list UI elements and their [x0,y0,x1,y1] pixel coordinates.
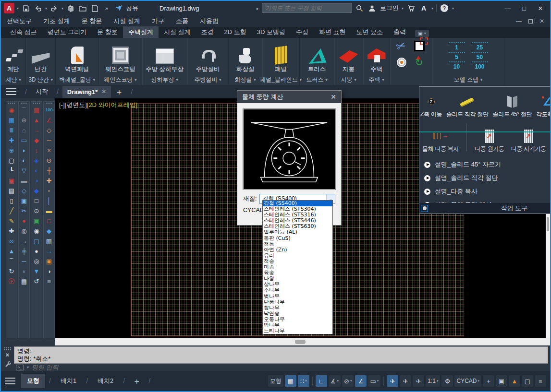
tool-icon[interactable]: ▢ [32,236,41,246]
tool-icon[interactable]: ─ [19,256,29,266]
panel-label-트러스[interactable]: 트러스▾ [300,74,334,85]
tool-icon[interactable]: ◑ [32,176,41,186]
cart-icon[interactable] [406,3,416,13]
ribbon-tab-조경[interactable]: 조경 [196,26,219,38]
maximize-button[interactable]: □ [517,3,531,13]
command-drag-grip[interactable] [4,347,12,350]
tab-start[interactable]: 시작 [31,85,53,98]
command-close-icon[interactable]: ✕ [5,352,10,358]
tool-icon[interactable]: ⊕ [19,115,29,125]
graphics-performance-toggle[interactable]: ▲ [509,375,520,387]
material-option-청동[interactable]: 청동 [263,241,332,247]
tool-icon[interactable]: □ [32,196,41,206]
ribbon-button-화장실[interactable]: 화장실 [229,38,262,74]
ribbon-tab-3D 모델링[interactable]: 3D 모델링 [252,26,291,38]
horizontal-scrollbar[interactable] [55,338,550,345]
tool-icon[interactable]: ▤ [19,276,29,286]
tool-icon[interactable]: ▣ [32,216,41,226]
tool-icon[interactable]: ✚ [7,226,16,236]
viewport-visual-style[interactable]: [2D 와이어프레임] [87,101,137,108]
tool-icon[interactable]: Ⓟ [7,276,16,286]
ribbon-button-패널[interactable]: 패널 [262,38,299,74]
tool-icon[interactable]: ◎ [19,226,29,236]
annotation-visibility-toggle[interactable]: ✈ [387,375,398,387]
help-item-설명_솔리드 45° 자르기[interactable]: 설명_솔리드 45° 자르기 [419,158,551,171]
redo-dropdown-icon[interactable]: ▾ [61,6,63,11]
material-option-미송[interactable]: 미송 [263,264,332,270]
app-logo[interactable]: A [4,3,14,13]
tool-icon[interactable]: ⊕ [7,145,16,155]
toolbar-grip[interactable] [33,103,40,104]
new-layout-button[interactable]: ＋ [129,376,145,387]
panel-label-화장실[interactable]: 화장실▾ [229,74,262,85]
snap-value-10[interactable]: 10 [449,61,465,70]
tool-icon[interactable]: ▦ [32,105,41,115]
statusbar-menu-icon[interactable] [5,378,15,384]
ribbon-tab-수정[interactable]: 수정 [291,26,314,38]
vertical-scrollbar-handle[interactable] [547,217,549,231]
ribbon-tab-출력[interactable]: 출력 [388,26,411,38]
autodesk-dropdown-icon[interactable]: ▾ [431,6,433,11]
ribbon-button-벽면패널[interactable]: 벽면패널 [56,38,98,74]
drawing-canvas[interactable]: [-][평면도][2D 와이어프레임] Z축 이동솔리드 직각 절단솔리드 45… [55,98,550,338]
ribbon-button-난간[interactable]: 난간 [26,38,55,74]
ribbon-button-주방설비[interactable]: 주방설비 [187,38,228,74]
grid-display-toggle[interactable]: ▦ [285,375,296,387]
material-option-적송[interactable]: 적송 [263,259,332,264]
qat-more-chevron-icon[interactable]: » [102,3,111,13]
plot-icon[interactable] [66,3,75,13]
customization-plus[interactable]: + [483,375,494,387]
panel-label-주방설비[interactable]: 주방설비▾ [187,74,228,85]
ribbon-button-계단[interactable]: 계단 [1,38,25,74]
tool-icon[interactable]: ◆ [32,135,41,145]
tool-icon[interactable]: ◎ [32,256,41,266]
tool-icon[interactable]: ▢ [7,155,16,166]
material-option-육송[interactable]: 육송 [263,270,332,276]
panel-label-모델 스냅[interactable]: 모델 스냅▾ [432,74,504,85]
tool-icon[interactable]: ▲ [7,246,16,256]
help-icon[interactable]: ? [440,3,449,13]
material-option-강철 (SS400)[interactable]: 강철 (SS400) [263,201,332,206]
toolbar-grip[interactable] [8,103,15,104]
annotation-autoscale-toggle[interactable]: ✈ [400,375,411,387]
help-item-설명_솔리드 직각 절단[interactable]: 설명_솔리드 직각 절단 [419,171,551,185]
tool-icon[interactable]: ✚ [44,176,54,186]
ribbon-tab-평면도 그리기[interactable]: 평면도 그리기 [42,26,92,38]
tool-icon[interactable]: × [44,145,54,155]
material-option-느티나무[interactable]: 느티나무 [263,328,332,334]
panel-label-상하부장[interactable]: 상하부장▾ [142,74,187,85]
tool-icon[interactable]: ▫ [19,266,29,276]
panel-label-3D 난간[interactable]: 3D 난간▾ [26,74,55,85]
tool-icon[interactable]: ● [19,216,29,226]
autodesk-mark-icon[interactable]: A [419,3,429,13]
ribbon-tab-2D 도형[interactable]: 2D 도형 [219,26,252,38]
material-option-밤나무[interactable]: 밤나무 [263,322,332,328]
panel-label-웨인스코팅[interactable]: 웨인스코팅▾ [99,74,142,85]
material-option-스테인레스 (STS446)[interactable]: 스테인레스 (STS446) [263,218,332,224]
tool-icon[interactable]: ─ [44,135,54,145]
tool-icon[interactable]: ▫ [44,186,54,196]
tool-icon[interactable]: ◑ [44,266,54,276]
tool-icon[interactable]: ▽ [19,166,29,176]
save-icon[interactable] [21,3,31,13]
user-icon[interactable] [367,3,377,13]
tool-icon[interactable]: ≡ [44,276,54,286]
tool-icon[interactable]: ▼ [32,266,41,276]
material-option-스테인레스 (STS304)[interactable]: 스테인레스 (STS304) [263,206,332,212]
tool-icon[interactable]: ▦ [7,115,16,125]
tool-icon[interactable]: → [32,125,41,135]
isolate-objects-toggle[interactable]: ▣ [496,375,507,387]
tool-icon[interactable]: ▲ [32,115,41,125]
tool-icon[interactable]: ∞ [7,236,16,246]
tool-icon[interactable]: ◆ [44,226,54,236]
material-option-동판 (CuS)[interactable]: 동판 (CuS) [263,236,332,241]
panel-label-주택[interactable]: 주택▾ [363,74,390,85]
tool-icon[interactable]: ∠ [44,115,54,125]
polar-tracking-toggle[interactable]: ∡▾ [329,375,341,387]
tool-icon[interactable]: ✚ [7,135,16,145]
tool-icon[interactable]: ▣ [19,196,29,206]
open-folder-icon[interactable] [78,3,87,13]
material-option-낙엽송[interactable]: 낙엽송 [263,311,332,317]
material-option-단풍나무[interactable]: 단풍나무 [263,299,332,305]
ribbon-button-주방 상하부장[interactable]: 주방 상하부장 [142,38,187,74]
